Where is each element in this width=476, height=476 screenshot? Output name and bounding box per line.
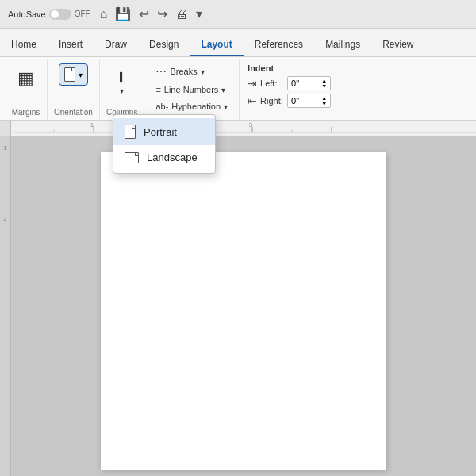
- ruler-svg: 1 2 3: [14, 121, 476, 136]
- indent-left-up[interactable]: ▲: [321, 78, 327, 83]
- margins-buttons: ▦: [11, 60, 40, 108]
- orientation-dropdown: Portrait Landscape: [113, 114, 216, 174]
- margins-label: Margins: [12, 108, 40, 120]
- svg-text:1: 1: [90, 121, 94, 129]
- indent-right-up[interactable]: ▲: [321, 95, 327, 101]
- portrait-page-icon: [64, 67, 75, 82]
- tab-layout[interactable]: Layout: [190, 34, 243, 56]
- toggle-knob: [51, 10, 59, 18]
- indent-left-down[interactable]: ▼: [321, 83, 327, 89]
- line-numbers-icon: ≡: [155, 85, 160, 94]
- redo-icon[interactable]: ↪: [157, 6, 167, 21]
- indent-group: Indent ⇥ Left: 0" ▲ ▼ ⇤ Right: 0" ▲ ▼: [240, 60, 351, 120]
- indent-right-icon: ⇤: [248, 94, 257, 107]
- breaks-icon: ⋯: [155, 65, 167, 78]
- ruler-left-margin: [0, 121, 11, 136]
- indent-left-value: 0": [291, 79, 321, 88]
- breaks-button[interactable]: ⋯ Breaks ▾: [151, 62, 209, 81]
- title-bar: AutoSave OFF ⌂ 💾 ↩ ↪ 🖨 ▾: [0, 0, 476, 29]
- save-icon[interactable]: 💾: [115, 6, 131, 21]
- breaks-label: Breaks: [170, 67, 197, 76]
- margins-button[interactable]: ▦: [11, 63, 40, 94]
- tab-home[interactable]: Home: [0, 34, 48, 56]
- hyphenation-label: Hyphenation: [171, 102, 221, 111]
- indent-right-value: 0": [291, 96, 321, 106]
- breaks-arrow: ▾: [201, 67, 205, 76]
- left-margin-bar: 1 2: [0, 136, 11, 476]
- columns-icon: ⫿: [118, 68, 125, 85]
- undo-icon[interactable]: ↩: [139, 6, 149, 21]
- document-page[interactable]: [101, 152, 386, 470]
- ruler-main: 1 2 3: [11, 121, 476, 136]
- tab-mailings[interactable]: Mailings: [314, 34, 371, 56]
- text-cursor: [244, 184, 244, 198]
- indent-right-input[interactable]: 0" ▲ ▼: [287, 94, 331, 108]
- columns-arrow: ▾: [120, 86, 124, 95]
- ribbon-toolbar: ▦ Margins ▾ Orientation Port: [0, 57, 476, 121]
- line-numbers-button[interactable]: ≡ Line Numbers ▾: [151, 82, 230, 98]
- columns-buttons: ⫿ ▾: [112, 60, 132, 108]
- indent-left-spinner[interactable]: ▲ ▼: [321, 78, 327, 89]
- indent-right-spinner[interactable]: ▲ ▼: [321, 95, 327, 106]
- hyphenation-row: ab- Hyphenation ▾: [151, 98, 232, 114]
- orientation-buttons: ▾: [59, 60, 88, 108]
- portrait-option-label: Portrait: [144, 126, 177, 138]
- orientation-button[interactable]: ▾: [59, 63, 88, 86]
- print-icon[interactable]: 🖨: [175, 7, 188, 21]
- more-icon[interactable]: ▾: [196, 6, 202, 21]
- hyphenation-arrow: ▾: [224, 102, 228, 111]
- columns-group: ⫿ ▾ Columns: [100, 60, 144, 120]
- indent-right-label: Right:: [260, 96, 284, 106]
- indent-title: Indent: [248, 63, 343, 73]
- doc-content: [11, 136, 476, 476]
- title-icons: ⌂ 💾 ↩ ↪ 🖨 ▾: [100, 6, 203, 21]
- hyphenation-button[interactable]: ab- Hyphenation ▾: [151, 98, 232, 114]
- orientation-group: ▾ Orientation Portrait Landscape: [48, 60, 100, 120]
- line-numbers-row: ≡ Line Numbers ▾: [151, 82, 230, 98]
- tab-design[interactable]: Design: [138, 34, 190, 56]
- indent-left-label: Left:: [260, 79, 284, 88]
- line-numbers-label: Line Numbers: [164, 85, 218, 94]
- svg-text:3: 3: [249, 121, 253, 129]
- orientation-btn-top: ▾: [64, 67, 83, 82]
- ribbon-nav: Home Insert Draw Design Layout Reference…: [0, 29, 476, 57]
- margin-number-2: 2: [3, 215, 6, 222]
- orientation-arrow: ▾: [79, 71, 83, 79]
- tab-insert[interactable]: Insert: [48, 34, 94, 56]
- ruler-area: 1 2 3: [0, 121, 476, 136]
- indent-left-row: ⇥ Left: 0" ▲ ▼: [248, 76, 343, 90]
- landscape-option-icon: [125, 152, 139, 163]
- portrait-option[interactable]: Portrait: [113, 118, 215, 145]
- tab-references[interactable]: References: [244, 34, 314, 56]
- autosave-toggle[interactable]: [49, 9, 71, 20]
- landscape-option[interactable]: Landscape: [113, 145, 215, 170]
- landscape-option-label: Landscape: [147, 152, 198, 163]
- breaks-row: ⋯ Breaks ▾: [151, 62, 209, 81]
- indent-left-input[interactable]: 0" ▲ ▼: [287, 76, 331, 90]
- breaks-buttons: ⋯ Breaks ▾ ≡ Line Numbers ▾ ab- Hyphenat…: [151, 60, 232, 114]
- autosave-area: AutoSave OFF: [8, 9, 90, 20]
- breaks-group: ⋯ Breaks ▾ ≡ Line Numbers ▾ ab- Hyphenat…: [144, 60, 240, 120]
- orientation-label: Orientation: [54, 108, 93, 120]
- document-area: 1 2: [0, 136, 476, 476]
- portrait-option-icon: [125, 125, 136, 139]
- hyphenation-icon: ab-: [155, 102, 168, 111]
- indent-right-down[interactable]: ▼: [321, 101, 327, 106]
- columns-button[interactable]: ⫿ ▾: [112, 63, 132, 100]
- home-icon[interactable]: ⌂: [100, 7, 108, 21]
- margin-number-1: 1: [3, 144, 6, 152]
- tab-review[interactable]: Review: [371, 34, 424, 56]
- tab-draw[interactable]: Draw: [94, 34, 138, 56]
- margins-group: ▦ Margins: [5, 60, 48, 120]
- line-numbers-arrow: ▾: [221, 86, 225, 94]
- autosave-label: AutoSave: [8, 10, 46, 19]
- indent-left-icon: ⇥: [248, 77, 257, 90]
- toggle-state-label: OFF: [75, 10, 90, 18]
- indent-right-row: ⇤ Right: 0" ▲ ▼: [248, 94, 343, 108]
- margins-icon: ▦: [17, 68, 34, 89]
